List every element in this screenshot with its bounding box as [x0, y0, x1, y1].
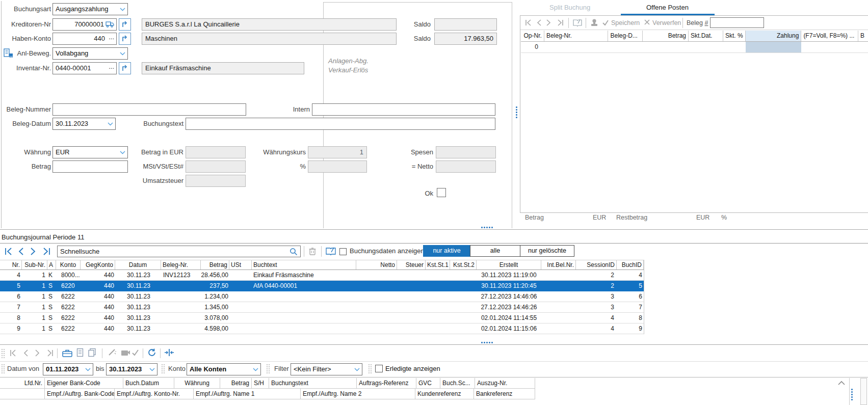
j-col-intbelnr[interactable]: Int.Bel.Nr.	[541, 260, 576, 269]
bk-col-lfdnr[interactable]: Lfd.Nr.	[0, 378, 45, 388]
nav-last-icon[interactable]	[42, 247, 51, 256]
tab-offene-posten[interactable]: Offene Posten	[646, 1, 689, 14]
nav-next-icon[interactable]	[546, 19, 552, 26]
toolbar-grip[interactable]	[368, 364, 373, 374]
nav-last-icon[interactable]	[46, 349, 54, 357]
j-col-a[interactable]: A	[47, 260, 56, 269]
journal-row-selected[interactable]: 51S622044030.11.23237,50AfA 0440-0000130…	[0, 281, 644, 291]
beleg-nummer-input[interactable]	[52, 103, 246, 116]
export-package-icon[interactable]	[120, 348, 130, 357]
konto-dropdown[interactable]: Alle Konten	[187, 363, 261, 375]
bk-col-buchdatum[interactable]: Buch.Datum	[123, 378, 174, 388]
op-col-belegd[interactable]: Beleg-D...	[608, 31, 643, 41]
filter-dropdown[interactable]: <Kein Filter>	[291, 363, 362, 375]
journal-book-icon[interactable]	[572, 18, 583, 27]
op-col-zahlung[interactable]: Zahlung	[746, 31, 802, 41]
toolbar-grip[interactable]	[1, 364, 6, 374]
buchungstext-input[interactable]	[186, 118, 495, 130]
j-col-netto[interactable]: Netto	[356, 260, 397, 269]
kreditoren-input[interactable]: 70000001	[52, 18, 117, 31]
j-col-erstellt[interactable]: Erstellt	[477, 260, 541, 269]
op-col-sktdat[interactable]: Skt.Dat.	[689, 31, 723, 41]
bk-col-eigener-bankcode[interactable]: Eigener Bank-Code	[45, 378, 123, 388]
waehrung-dropdown[interactable]: EUR	[52, 146, 128, 158]
bk-col-empf-name1[interactable]: Empf./Auftrg. Name 1	[194, 389, 301, 399]
filter-alle-button[interactable]: alle	[470, 245, 520, 257]
journal-row[interactable]: 71S622244030.11.231.345,0027.12.2023 14:…	[0, 302, 644, 313]
j-col-kst2[interactable]: Kst.St.2	[450, 260, 477, 269]
document-icon[interactable]	[76, 348, 84, 358]
buchungsdaten-checkbox[interactable]	[339, 248, 347, 255]
journal-book-icon[interactable]	[325, 247, 336, 256]
bk-col-empf-name2[interactable]: Empf./Auftrg. Name 2	[301, 389, 415, 399]
nav-first-icon[interactable]	[4, 247, 13, 256]
j-col-ust[interactable]: USt	[229, 260, 252, 269]
nav-next-icon[interactable]	[35, 349, 41, 357]
horizontal-splitter-handle[interactable]	[481, 341, 493, 344]
bk-col-auszugnr[interactable]: Auszug-Nr.	[475, 378, 535, 388]
op-col-f7[interactable]: (F7=Voll, F8=%) ...	[801, 31, 858, 41]
j-col-sessionid[interactable]: SessionID	[576, 260, 617, 269]
bk-col-auftrags-referenz[interactable]: Auftrags-Referenz	[357, 378, 416, 388]
vertical-splitter-handle[interactable]	[851, 388, 853, 400]
intern-input[interactable]	[312, 103, 495, 116]
lookup-ellipsis-icon[interactable]: ...	[109, 32, 114, 43]
j-col-gegkonto[interactable]: GegKonto	[81, 260, 115, 269]
bk-col-bankreferenz[interactable]: Bankreferenz	[474, 389, 535, 399]
bk-col-empf-kontonr[interactable]: Empf./Auftrg. Konto-Nr.	[115, 389, 194, 399]
journal-row[interactable]: 81S622244030.11.233.078,0002.01.2024 11:…	[0, 313, 644, 323]
collapse-columns-icon[interactable]	[164, 348, 174, 357]
beleg-number-input[interactable]	[710, 17, 764, 28]
discard-button[interactable]: Verwerfen	[652, 16, 681, 30]
bk-col-gvc[interactable]: GVC	[416, 378, 440, 388]
stamp-icon[interactable]	[590, 18, 599, 27]
buchungsart-dropdown[interactable]: Ausgangszahlung	[52, 3, 128, 15]
vertical-scrollbar[interactable]	[860, 378, 867, 405]
journal-row[interactable]: 91S622244030.11.234.598,0002.01.2024 11:…	[0, 323, 644, 334]
toolbar-grip[interactable]	[161, 364, 166, 374]
save-button[interactable]: Speichern	[611, 16, 640, 30]
op-col-opnr[interactable]: Op-Nr.	[521, 31, 544, 41]
nav-first-icon[interactable]	[9, 349, 17, 357]
datum-von-dropdown[interactable]: 01.11.2023	[43, 363, 93, 375]
op-col-belegnr[interactable]: Beleg-Nr.	[544, 31, 609, 41]
bk-col-waehrung[interactable]: Währung	[174, 378, 220, 388]
bk-col-kundenreferenz[interactable]: Kundenreferenz	[415, 389, 474, 399]
erledigte-checkbox[interactable]	[375, 365, 383, 372]
nav-prev-icon[interactable]	[22, 349, 29, 357]
bis-dropdown[interactable]: 30.11.2023	[106, 363, 157, 375]
op-col-betrag[interactable]: Betrag	[643, 31, 689, 41]
scroll-up-icon[interactable]	[837, 380, 846, 386]
j-col-kst1[interactable]: Kst.St.1	[426, 260, 450, 269]
vertical-splitter-handle[interactable]	[515, 106, 518, 118]
refresh-icon[interactable]	[147, 348, 156, 357]
magic-wand-icon[interactable]	[107, 348, 117, 357]
j-col-buchid[interactable]: BuchID	[617, 260, 644, 269]
j-col-nr[interactable]: Nr.	[0, 260, 22, 269]
op-table-row[interactable]: 0	[521, 42, 868, 53]
journal-row[interactable]: 41K8000...44030.11.23INV1212328.456,00Ei…	[0, 270, 644, 281]
toolbar-grip[interactable]	[266, 364, 271, 374]
ok-checkbox[interactable]	[437, 188, 446, 197]
op-col-b[interactable]: B	[858, 31, 868, 41]
bk-col-sh[interactable]: S/H	[252, 378, 269, 388]
filter-nur-geloeschte-button[interactable]: nur gelöschte	[520, 245, 574, 257]
betrag-input[interactable]	[52, 160, 128, 173]
toolbar-grip[interactable]	[1, 348, 6, 359]
inventar-input[interactable]: 0440-00001 ...	[52, 62, 117, 74]
anl-beweg-dropdown[interactable]: Vollabgang	[52, 47, 128, 60]
journal-row[interactable]: 61S622244030.11.231.234,0027.12.2023 14:…	[0, 291, 644, 302]
bk-col-betrag[interactable]: Betrag	[220, 378, 252, 388]
bk-col-empf-bankcode[interactable]: Empf./Auftrg. Bank-Code	[45, 389, 115, 399]
beleg-datum-dropdown[interactable]: 30.11.2023	[52, 118, 116, 130]
j-col-steuer[interactable]: Steuer	[397, 260, 426, 269]
j-col-belegnr[interactable]: Beleg-Nr.	[161, 260, 201, 269]
horizontal-splitter-handle[interactable]	[481, 226, 493, 229]
j-col-betrag[interactable]: Betrag	[201, 260, 229, 269]
j-col-buchtext[interactable]: Buchtext	[252, 260, 356, 269]
bk-col-buchungstext[interactable]: Buchungstext	[269, 378, 357, 388]
nav-prev-icon[interactable]	[17, 247, 24, 256]
j-col-datum[interactable]: Datum	[115, 260, 161, 269]
bk-col-buchsc[interactable]: Buch.Sc...	[440, 378, 475, 388]
nav-last-icon[interactable]	[556, 19, 564, 26]
